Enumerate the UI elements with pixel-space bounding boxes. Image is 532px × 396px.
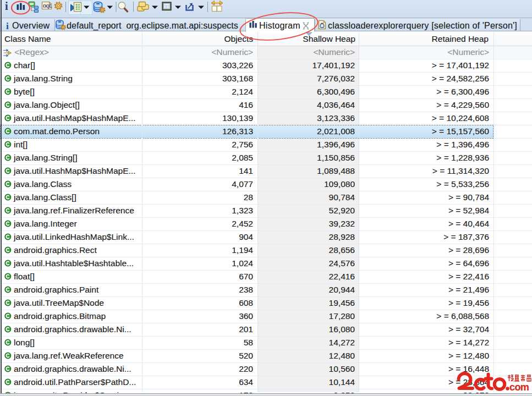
svg-text:OQL: OQL [43,4,52,9]
svg-text:i: i [5,0,8,12]
svg-text:com: com [509,382,529,393]
